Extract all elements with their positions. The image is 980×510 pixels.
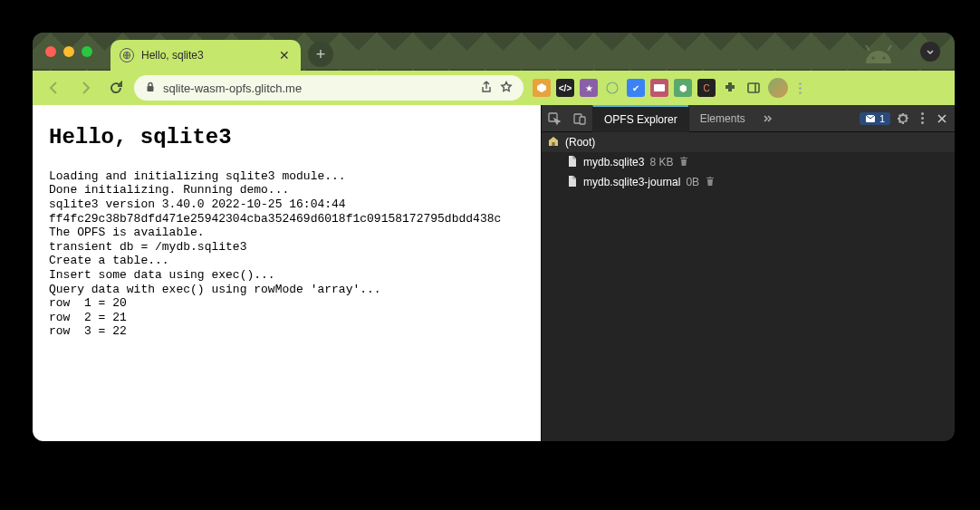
svg-point-1 [871,56,874,59]
back-button[interactable] [42,75,67,101]
log-line: row 2 = 21 [49,311,524,325]
device-toggle-icon[interactable] [567,105,592,132]
devtools-panel: OPFS Explorer Elements 1 [541,105,955,441]
svg-rect-5 [148,86,154,91]
file-icon [567,175,578,190]
console-count: 1 [879,113,885,124]
extension-icon[interactable]: ✔ [627,79,645,97]
tree-file-row[interactable]: mydb.sqlite3 8 KB [542,152,955,172]
log-line: ff4fc29c38b78dfd471e25942304cba352469d60… [49,212,524,226]
content-row: Hello, sqlite3 Loading and initializing … [33,105,955,441]
gear-icon[interactable] [890,105,916,132]
svg-rect-12 [580,117,585,124]
extension-icon[interactable] [533,79,551,97]
log-line: transient db = /mydb.sqlite3 [49,240,524,255]
address-bar[interactable]: sqlite-wasm-opfs.glitch.me [134,75,524,101]
console-issues-badge[interactable]: 1 [860,112,890,125]
bookmark-star-icon[interactable] [500,81,513,96]
extension-icon[interactable]: </> [556,79,574,97]
extension-icon[interactable]: C [697,79,716,97]
browser-menu-button[interactable] [793,82,807,94]
page-heading: Hello, sqlite3 [49,125,524,151]
file-name: mydb.sqlite3 [583,156,644,168]
log-line: Query data with exec() using rowMode 'ar… [49,283,524,297]
log-line: The OPFS is available. [49,226,524,240]
tab-elements[interactable]: Elements [688,105,756,132]
chevron-down-icon[interactable] [920,42,940,62]
tree-root[interactable]: (Root) [542,132,955,152]
log-line: row 1 = 20 [49,296,524,311]
toolbar: sqlite-wasm-opfs.glitch.me </> ★ ✔ ⬢ C [33,71,955,105]
new-tab-button[interactable]: + [308,42,333,67]
file-name: mydb.sqlite3-journal [583,176,680,188]
log-line: row 3 = 22 [49,324,524,339]
extension-icon[interactable]: ⬢ [674,79,692,97]
android-icon [857,38,900,69]
extensions-puzzle-icon[interactable] [721,79,739,97]
delete-file-button[interactable] [705,176,716,189]
tree-root-label: (Root) [565,136,595,149]
extension-icon[interactable]: ★ [580,79,598,97]
svg-point-6 [607,82,618,93]
tree-file-row[interactable]: mydb.sqlite3-journal 0B [542,172,955,192]
url-text: sqlite-wasm-opfs.glitch.me [163,82,473,95]
close-window-button[interactable] [45,46,56,57]
close-tab-button[interactable]: ✕ [277,48,292,63]
home-folder-icon [547,135,560,150]
log-line: Create a table... [49,254,524,268]
svg-line-4 [888,45,891,51]
profile-avatar[interactable] [768,78,788,98]
forward-button[interactable] [72,75,98,101]
svg-rect-8 [748,83,759,92]
devtools-menu-button[interactable] [916,112,929,124]
more-tabs-icon[interactable] [756,105,782,132]
close-devtools-button[interactable] [929,105,955,132]
delete-file-button[interactable] [678,156,689,169]
page-content: Hello, sqlite3 Loading and initializing … [33,105,541,441]
browser-window: Hello, sqlite3 ✕ + sqlite-wasm-opfs.glit… [33,33,955,441]
opfs-tree: (Root) mydb.sqlite3 8 KBmydb.sqlite3-jou… [542,132,955,441]
tab-strip: Hello, sqlite3 ✕ + [33,33,955,71]
extension-icon[interactable] [603,79,621,97]
window-controls [45,33,110,71]
tab-title: Hello, sqlite3 [141,49,270,62]
browser-tab[interactable]: Hello, sqlite3 ✕ [110,40,301,71]
extension-icon[interactable] [650,79,668,97]
devtools-tabbar: OPFS Explorer Elements 1 [542,105,955,132]
tab-opfs-explorer[interactable]: OPFS Explorer [592,105,688,132]
globe-icon [120,48,134,63]
log-line: sqlite3 version 3.40.0 2022-10-25 16:04:… [49,197,524,212]
log-line: Done initializing. Running demo... [49,183,524,197]
side-panel-icon[interactable] [745,79,763,97]
file-icon [567,155,578,170]
svg-rect-14 [552,142,555,146]
svg-line-3 [866,45,870,51]
reload-button[interactable] [103,75,129,101]
file-size: 8 KB [649,156,673,168]
inspect-element-icon[interactable] [542,105,567,132]
file-size: 0B [686,176,699,188]
share-icon[interactable] [480,81,493,96]
maximize-window-button[interactable] [82,46,92,57]
log-line: Insert some data using exec()... [49,268,524,283]
svg-rect-7 [654,84,665,91]
log-line: Loading and initializing sqlite3 module.… [49,169,524,184]
lock-icon [145,82,156,95]
minimize-window-button[interactable] [63,46,74,57]
log-output: Loading and initializing sqlite3 module.… [49,169,524,339]
extension-row: </> ★ ✔ ⬢ C [533,78,807,98]
svg-point-2 [882,56,885,59]
